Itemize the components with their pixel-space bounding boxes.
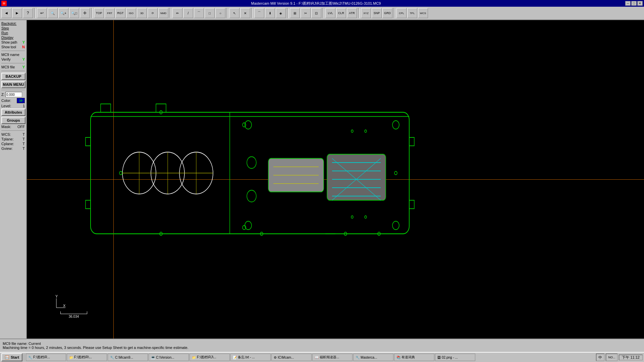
zoom-window-button[interactable]: 🔍□ (69, 8, 79, 18)
taskbar-item-0[interactable]: 🔧 F:\图档\R... (26, 354, 66, 361)
tplane-button[interactable]: TPL (407, 8, 417, 18)
view-named-button[interactable]: NMD (158, 8, 168, 18)
select-button[interactable]: ↖ (229, 8, 239, 18)
drill-button[interactable]: ⬇ (265, 8, 275, 18)
backplot-label[interactable]: Backplot: (1, 21, 25, 25)
taskbar-item-1[interactable]: 📁 F:\图档\R\... (67, 354, 107, 361)
draw-circle-button[interactable]: ○ (215, 8, 225, 18)
cplane-button[interactable]: CPL (396, 8, 407, 18)
forward-button[interactable]: ► (12, 8, 22, 18)
show-path-value[interactable]: Y (22, 40, 25, 44)
view-3d-button[interactable]: 3D (137, 8, 147, 18)
taskbar-icon-9: 📚 (396, 356, 400, 359)
taskbar-item-8[interactable]: 🔧 Masterca... (353, 354, 393, 361)
minimize-button[interactable]: ─ (625, 1, 631, 6)
taskbar-item-5[interactable]: 📝 备忘.txt - ... (230, 354, 271, 361)
view-top-button[interactable]: TOP (94, 8, 104, 18)
attr-button[interactable]: ATR (347, 8, 357, 18)
wcs-button[interactable]: WCS (418, 8, 428, 18)
xyz-button[interactable]: XYZ (361, 8, 371, 18)
show-tool-value[interactable]: N (22, 45, 25, 49)
taskbar-item-6[interactable]: ⚙ IC\Mcam... (271, 354, 312, 361)
color-button[interactable]: CLR (336, 8, 346, 18)
help-button[interactable]: ? (23, 8, 33, 18)
color-value[interactable]: 10 (17, 98, 25, 103)
attributes-button[interactable]: Attributes (1, 109, 25, 116)
level-value: 1 (23, 104, 25, 108)
pocket-button[interactable]: ◈ (276, 8, 286, 18)
pan-button[interactable]: ✛ (80, 8, 90, 18)
groups-button[interactable]: Groups (1, 117, 25, 124)
mc9-file-row: MC9 file Y (1, 65, 25, 69)
contour-button[interactable]: ⌒ (254, 8, 264, 18)
taskbar-item-4[interactable]: 📁 F:\图档\RJ\... (190, 354, 230, 361)
layer-button[interactable]: LVL (325, 8, 335, 18)
tplane-value: T (22, 137, 25, 141)
taskbar-item-3[interactable]: 💻 C:\Version... (149, 354, 189, 361)
close-button[interactable]: ✕ (637, 1, 643, 6)
mask-row: Mask: OFF (1, 125, 25, 129)
status-filename: MC9 file name: Current (3, 342, 641, 346)
offset-button[interactable]: ⊡ (311, 8, 321, 18)
verify-value[interactable]: Y (22, 57, 25, 61)
window-title: Mastercam Mill Version 9.1 - F:\图档\RJ\RJ… (7, 1, 625, 6)
verify-row: Verify Y (1, 57, 25, 61)
view-front-button[interactable]: FRT (105, 8, 115, 18)
taskbar-item-7[interactable]: 📖 福昕阅读器... (312, 354, 353, 361)
maximize-button[interactable]: □ (631, 1, 637, 6)
zoom-fit-button[interactable]: 🔍 (48, 8, 58, 18)
mc9-file-value[interactable]: Y (22, 65, 25, 69)
back-button[interactable]: ◄ (1, 8, 11, 18)
mask-value: OFF (17, 125, 25, 129)
draw-line-button[interactable]: / (183, 8, 193, 18)
start-button[interactable]: 🪟 Start (1, 353, 22, 361)
scale-line (60, 311, 87, 314)
level-label: Level: (1, 104, 11, 108)
zoom-in-button[interactable]: 🔍+ (58, 8, 68, 18)
display-label[interactable]: Display (1, 36, 25, 40)
draw-rect-button[interactable]: □ (205, 8, 215, 18)
grid-button[interactable]: GRD (382, 8, 392, 18)
taskbar-icon-6: ⚙ (274, 356, 277, 359)
toolbar: ◄ ► ? ↩ 🔍 🔍+ 🔍□ ✛ TOP FRT RGT ISO 3D ⟳ N… (0, 7, 644, 20)
backup-button[interactable]: BACKUP (1, 73, 25, 80)
start-label: Start (11, 355, 19, 359)
svg-point-41 (365, 216, 367, 219)
view-iso-button[interactable]: ISO (126, 8, 136, 18)
transform-button[interactable]: ⊞ (290, 8, 300, 18)
draw-arc-button[interactable]: ⌒ (194, 8, 204, 18)
show-path-row: Show path Y (1, 40, 25, 44)
taskbar-label-2: C:\Mcam9... (115, 356, 133, 359)
language-indicator[interactable]: 中 (596, 354, 604, 361)
main-layout: Backplot: Step Run Display Show path Y S… (0, 20, 644, 339)
taskbar-label-9: 有道词典 (401, 355, 415, 360)
z-input[interactable] (5, 92, 22, 97)
taskbar-item-2[interactable]: 🔧 C:\Mcam9... (108, 354, 148, 361)
z-field-row: Z: (1, 92, 25, 97)
step-label[interactable]: Step (1, 26, 25, 30)
run-label[interactable]: Run (1, 31, 25, 35)
cplane-row: Cplane: T (1, 142, 25, 146)
taskbar-item-9[interactable]: 📚 有道词典 (394, 354, 434, 361)
toolbar-sep-2 (91, 8, 93, 18)
system-clock: 下午 11:12 (619, 355, 643, 360)
taskbar-item-10[interactable]: 🖼 02.png - ... (435, 354, 475, 361)
draw-point-button[interactable]: ✏ (172, 8, 182, 18)
taskbar-label-5: 备忘.txt - ... (238, 355, 255, 360)
trim-button[interactable]: ✂ (301, 8, 311, 18)
delete-button[interactable]: ✕ (240, 8, 250, 18)
clock-label: 下午 11:12 (622, 355, 640, 360)
svg-point-38 (351, 130, 353, 133)
view-right-button[interactable]: RGT (115, 8, 125, 18)
taskbar-icon-4: 📁 (192, 356, 196, 359)
undo-button[interactable]: ↩ (37, 8, 47, 18)
canvas-area[interactable]: Y X 36.034 (27, 20, 644, 339)
title-controls: ─ □ ✕ (625, 1, 643, 6)
main-menu-button[interactable]: MAIN MENU (1, 81, 25, 88)
start-icon: 🪟 (5, 355, 9, 360)
tplane-row: Tplane: T (1, 137, 25, 141)
snap-button[interactable]: SNP (372, 8, 382, 18)
sep-2 (1, 63, 25, 63)
tplane-label: Tplane: (1, 137, 14, 141)
view-rotate-button[interactable]: ⟳ (148, 8, 158, 18)
